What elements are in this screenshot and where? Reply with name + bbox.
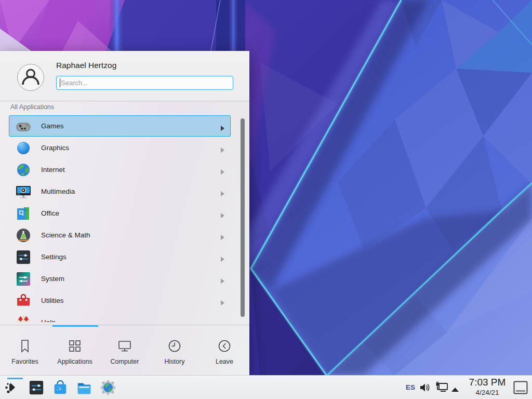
tab-history[interactable]: History xyxy=(150,325,200,376)
taskbar: ES 7:03 PM 4/24/21 xyxy=(0,375,532,399)
tab-label: Favorites xyxy=(11,358,38,365)
menu-item-office[interactable]: Office xyxy=(0,203,249,224)
submenu-arrow-icon xyxy=(220,320,224,322)
tab-computer[interactable]: Computer xyxy=(100,325,150,376)
menu-item-label: Settings xyxy=(41,246,66,268)
system-settings-button[interactable] xyxy=(29,380,44,395)
tab-leave[interactable]: Leave xyxy=(200,325,249,376)
app-grid-icon xyxy=(67,338,83,354)
menu-item-help[interactable]: Help xyxy=(0,312,249,322)
globe-gear-icon xyxy=(100,388,116,397)
menu-item-label: Utilities xyxy=(41,290,64,312)
menu-item-label: Graphics xyxy=(41,137,69,159)
menu-item-label: Multimedia xyxy=(41,181,75,203)
application-launcher-button[interactable] xyxy=(3,378,21,397)
toolbox-icon xyxy=(15,292,32,309)
wired-network-icon[interactable] xyxy=(435,381,448,396)
help-buoy-icon xyxy=(15,314,32,322)
section-label: All Applications xyxy=(10,103,54,111)
system-sliders-icon xyxy=(15,271,32,287)
gamepad-icon xyxy=(15,118,32,135)
globe-icon xyxy=(15,162,32,178)
launcher-tab-bar: Favorites Applications Computer xyxy=(0,325,249,376)
tab-label: Leave xyxy=(216,358,233,365)
launcher-header: Raphael Hertzog xyxy=(0,51,249,101)
menu-item-label: System xyxy=(41,268,64,290)
menu-item-label: Internet xyxy=(41,159,65,181)
scrollbar-thumb[interactable] xyxy=(241,118,245,317)
menu-item-utilities[interactable]: Utilities xyxy=(0,290,249,312)
discover-bag-icon xyxy=(52,388,68,397)
submenu-arrow-icon xyxy=(220,298,224,303)
text-cursor xyxy=(60,78,60,87)
speaker-icon[interactable] xyxy=(419,382,431,395)
submenu-arrow-icon xyxy=(220,276,224,282)
submenu-arrow-icon xyxy=(220,189,224,194)
active-tab-indicator xyxy=(52,325,98,327)
keyboard-layout-indicator[interactable]: ES xyxy=(404,376,417,399)
flask-icon xyxy=(15,227,32,244)
kde-kickoff-icon xyxy=(3,390,21,399)
clock-date: 4/24/21 xyxy=(464,388,511,397)
desktop: Raphael Hertzog All Applications xyxy=(0,0,532,399)
monitor-icon xyxy=(117,338,132,354)
menu-item-science[interactable]: Science & Math xyxy=(0,224,249,246)
submenu-arrow-icon xyxy=(220,211,224,216)
show-desktop-icon xyxy=(513,381,528,394)
sliders-icon xyxy=(15,249,32,265)
clock-icon xyxy=(167,338,182,354)
submenu-arrow-icon xyxy=(220,124,224,129)
menu-item-label: Games xyxy=(41,115,64,137)
active-task-indicator xyxy=(7,378,23,379)
user-avatar-icon xyxy=(18,64,44,90)
submenu-arrow-icon xyxy=(220,233,224,238)
tab-label: Applications xyxy=(57,358,92,365)
submenu-arrow-icon xyxy=(220,255,224,260)
clock-time: 7:03 PM xyxy=(464,377,511,388)
caret-up-icon[interactable] xyxy=(451,385,459,394)
file-manager-button[interactable] xyxy=(76,380,92,395)
application-launcher-menu: Raphael Hertzog All Applications xyxy=(0,51,249,375)
tab-label: Computer xyxy=(111,358,139,365)
tab-applications[interactable]: Applications xyxy=(50,325,100,376)
search-input[interactable] xyxy=(56,76,233,90)
submenu-arrow-icon xyxy=(220,167,224,172)
leave-circle-icon xyxy=(217,338,232,354)
user-avatar[interactable] xyxy=(17,64,44,91)
menu-item-multimedia[interactable]: Multimedia xyxy=(0,181,249,203)
sphere-icon xyxy=(15,140,32,156)
tab-favorites[interactable]: Favorites xyxy=(0,325,50,376)
menu-item-label: Science & Math xyxy=(41,224,90,246)
media-monitor-icon xyxy=(15,183,32,200)
menu-item-graphics[interactable]: Graphics xyxy=(0,137,249,159)
discover-button[interactable] xyxy=(52,380,68,395)
web-browser-button[interactable] xyxy=(100,380,116,395)
menu-item-label: Office xyxy=(41,203,59,224)
menu-item-internet[interactable]: Internet xyxy=(0,159,249,181)
menu-item-label: Help xyxy=(41,312,56,322)
menu-item-system[interactable]: System xyxy=(0,268,249,290)
applications-list: Games Graphics xyxy=(0,115,249,322)
settings-sliders-icon xyxy=(29,388,44,397)
user-name: Raphael Hertzog xyxy=(56,61,116,70)
clock-widget[interactable]: 7:03 PM 4/24/21 xyxy=(464,377,511,397)
folder-icon xyxy=(76,388,92,397)
menu-item-settings[interactable]: Settings xyxy=(0,246,249,268)
submenu-arrow-icon xyxy=(220,145,224,151)
document-icon xyxy=(15,205,32,222)
show-desktop-button[interactable] xyxy=(513,381,528,394)
bookmark-icon xyxy=(17,338,33,354)
search-input-wrapper xyxy=(56,76,233,90)
tab-label: History xyxy=(165,358,185,365)
scrollbar[interactable] xyxy=(241,118,245,317)
menu-item-games[interactable]: Games xyxy=(0,115,249,137)
